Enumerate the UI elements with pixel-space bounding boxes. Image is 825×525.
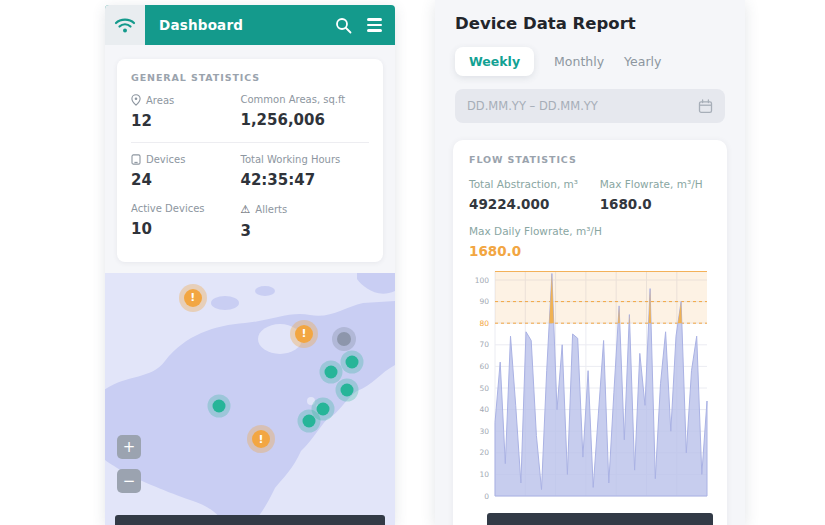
- app-logo[interactable]: [105, 5, 145, 45]
- stat-value: 1680.0: [600, 196, 711, 212]
- map-alert-marker[interactable]: !: [184, 289, 202, 307]
- stat-alerts: ⚠ Allerts 3: [240, 203, 369, 240]
- stat-value: 1,256,006: [240, 111, 369, 129]
- date-range-placeholder: DD.MM.YY – DD.MM.YY: [467, 99, 598, 113]
- tab-yearly[interactable]: Yearly: [624, 54, 661, 69]
- stat-label: Areas: [146, 95, 174, 106]
- y-axis-tick-label: 60: [479, 362, 489, 371]
- section-title: FLOW STATISTICS: [469, 154, 711, 165]
- page-title: Dashboard: [159, 17, 243, 33]
- dashboard-panel: Dashboard GENERAL STATISTICS Areas: [105, 5, 395, 525]
- stat-label: Devices: [146, 154, 185, 165]
- tab-weekly[interactable]: Weekly: [455, 47, 534, 76]
- stat-areas: Areas 12: [131, 94, 240, 130]
- screenshot-root: Dashboard GENERAL STATISTICS Areas: [0, 0, 825, 525]
- flow-area-chart: 0102030405060708090100: [469, 271, 709, 507]
- y-axis-tick-label: 30: [479, 427, 489, 436]
- stat-row: Devices 24 Total Working Hours 42:35:47: [131, 143, 369, 201]
- stat-working-hours: Total Working Hours 42:35:47: [240, 154, 369, 189]
- y-axis-tick-label: 10: [479, 470, 489, 479]
- device-icon: [131, 154, 141, 165]
- map-landmass: [105, 273, 395, 525]
- y-axis-tick-label: 80: [479, 319, 489, 328]
- general-statistics-card: GENERAL STATISTICS Areas 12 Common Areas…: [117, 59, 383, 262]
- stat-value: 10: [131, 220, 240, 238]
- alert-band: [495, 271, 707, 323]
- calendar-icon[interactable]: [698, 99, 713, 114]
- dashboard-header: Dashboard: [105, 5, 395, 45]
- stat-max-flowrate: Max Flowrate, m³/H 1680.0: [600, 178, 711, 212]
- report-title: Device Data Report: [455, 14, 745, 33]
- stat-common-areas: Common Areas, sq.ft 1,256,006: [240, 94, 369, 130]
- date-range-input[interactable]: DD.MM.YY – DD.MM.YY: [455, 89, 725, 123]
- map-alert-marker[interactable]: !: [252, 430, 270, 448]
- y-axis-tick-label: 90: [479, 297, 489, 306]
- warning-icon: ⚠: [240, 203, 250, 216]
- map[interactable]: + − !!!: [105, 273, 395, 525]
- stat-value: 3: [240, 222, 369, 240]
- bottom-bar: [487, 513, 713, 525]
- y-axis-tick-label: 0: [484, 492, 489, 501]
- map-device-marker[interactable]: [317, 403, 330, 416]
- menu-icon[interactable]: [367, 18, 382, 31]
- tab-monthly[interactable]: Monthly: [554, 54, 604, 69]
- map-device-marker[interactable]: [324, 366, 337, 379]
- y-axis-tick-label: 100: [475, 276, 490, 285]
- map-device-marker[interactable]: [346, 355, 359, 368]
- stat-value: 49224.000: [469, 196, 600, 212]
- map-device-marker[interactable]: [302, 414, 315, 427]
- stat-label: Total Working Hours: [240, 154, 340, 165]
- stat-value: 12: [131, 112, 240, 130]
- wifi-logo-icon: [114, 15, 136, 35]
- pin-icon: [131, 94, 141, 106]
- y-axis-tick-label: 70: [479, 340, 489, 349]
- map-device-marker[interactable]: [340, 383, 353, 396]
- search-icon[interactable]: [335, 17, 352, 34]
- stat-active-devices: Active Devices 10: [131, 203, 240, 240]
- stat-total-abstraction: Total Abstraction, m³ 49224.000: [469, 178, 600, 212]
- stat-label: Active Devices: [131, 203, 205, 214]
- stat-value: 1680.0: [469, 243, 711, 259]
- period-tabs: Weekly Monthly Yearly: [455, 47, 745, 76]
- map-device-marker[interactable]: [337, 332, 351, 346]
- stat-label: Allerts: [255, 204, 287, 215]
- section-title: GENERAL STATISTICS: [131, 72, 369, 83]
- stat-devices: Devices 24: [131, 154, 240, 189]
- flow-statistics-card: FLOW STATISTICS Total Abstraction, m³ 49…: [453, 140, 727, 525]
- zoom-out-button[interactable]: −: [117, 469, 141, 493]
- report-panel: Device Data Report Weekly Monthly Yearly…: [435, 0, 745, 525]
- stat-label: Common Areas, sq.ft: [240, 94, 345, 105]
- flow-chart: 0102030405060708090100: [469, 271, 711, 511]
- stat-value: 24: [131, 171, 240, 189]
- stat-max-daily-flowrate: Max Daily Flowrate, m³/H 1680.0: [469, 225, 711, 259]
- stat-value: 42:35:47: [240, 171, 369, 189]
- stat-label: Total Abstraction, m³: [469, 178, 600, 190]
- bottom-bar: [115, 515, 385, 525]
- stat-row: Areas 12 Common Areas, sq.ft 1,256,006: [131, 83, 369, 143]
- y-axis-tick-label: 50: [479, 384, 489, 393]
- stat-label: Max Flowrate, m³/H: [600, 178, 711, 190]
- stat-label: Max Daily Flowrate, m³/H: [469, 225, 711, 237]
- zoom-in-button[interactable]: +: [117, 435, 141, 459]
- map-alert-marker[interactable]: !: [295, 325, 313, 343]
- y-axis-tick-label: 20: [479, 448, 489, 457]
- stat-row: Active Devices 10 ⚠ Allerts 3: [131, 201, 369, 252]
- y-axis-tick-label: 40: [479, 405, 489, 414]
- flow-stats-row: Total Abstraction, m³ 49224.000 Max Flow…: [469, 178, 711, 212]
- map-device-marker[interactable]: [212, 400, 225, 413]
